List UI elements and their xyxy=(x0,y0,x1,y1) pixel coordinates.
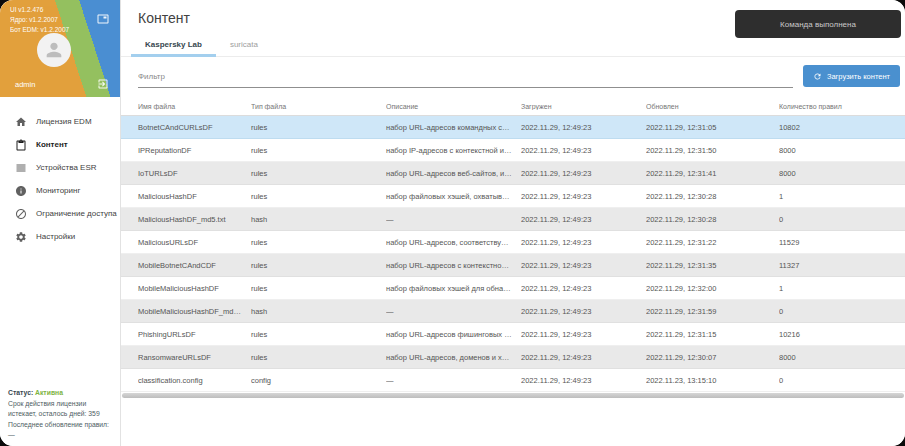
sidebar-item-label: Ограничение доступа xyxy=(36,209,117,218)
sidebar-item-label: Мониторинг xyxy=(36,186,80,195)
cell-updated: 2022.11.29, 12:31:15 xyxy=(646,330,779,339)
main-content: Контент Команда выполнена Kaspersky Lab … xyxy=(121,0,905,446)
table-row[interactable]: MobileMaliciousHashDF_md5.txt hash — 202… xyxy=(121,300,905,323)
cell-updated: 2022.11.29, 12:30:07 xyxy=(646,353,779,362)
cell-updated: 2022.11.29, 12:31:05 xyxy=(646,123,779,132)
cell-file-name: BotnetCAndCURLsDF xyxy=(138,123,251,132)
sidebar-item-license[interactable]: Лицензия EDM xyxy=(0,110,120,133)
cell-updated: 2022.11.29, 12:30:28 xyxy=(646,215,779,224)
cell-file-name: MobileMaliciousHashDF_md5.txt xyxy=(138,307,251,316)
column-header-type: Тип файла xyxy=(251,103,386,110)
license-status: Статус: Активна Срок действия лицензии и… xyxy=(8,388,114,440)
cell-file-type: hash xyxy=(251,215,386,224)
cell-file-type: rules xyxy=(251,169,386,178)
table-row[interactable]: BotnetCAndCURLsDF rules набор URL-адресо… xyxy=(121,116,905,139)
home-icon xyxy=(15,116,27,128)
table-row[interactable]: PhishingURLsDF rules набор URL-адресов ф… xyxy=(121,323,905,346)
table-row[interactable]: MobileBotnetCAndCDF rules набор URL-адре… xyxy=(121,254,905,277)
cell-file-name: MaliciousURLsDF xyxy=(138,238,251,247)
table-header: Имя файла Тип файла Описание Загружен Об… xyxy=(121,98,905,116)
cell-updated: 2022.11.29, 12:32:00 xyxy=(646,284,779,293)
tab-suricata[interactable]: suricata xyxy=(216,33,272,57)
table-row[interactable]: IPReputationDF rules набор IP-адресов с … xyxy=(121,139,905,162)
tab-kaspersky-lab[interactable]: Kaspersky Lab xyxy=(131,33,216,57)
table-row[interactable]: MaliciousURLsDF rules набор URL-адресов,… xyxy=(121,231,905,254)
column-header-updated: Обновлен xyxy=(646,103,779,110)
table-row[interactable]: MobileMaliciousHashDF rules набор файлов… xyxy=(121,277,905,300)
last-update-text: Последнее обновление правил: — xyxy=(8,420,114,439)
window-icon[interactable] xyxy=(97,11,109,23)
cell-file-name: RansomwareURLsDF xyxy=(138,353,251,362)
cell-rule-count: 8000 xyxy=(779,353,905,362)
sidebar-item-devices[interactable]: Устройства ESR xyxy=(0,156,120,179)
cell-file-type: rules xyxy=(251,353,386,362)
cell-file-type: rules xyxy=(251,146,386,155)
table-row[interactable]: MaliciousHashDF_md5.txt hash — 2022.11.2… xyxy=(121,208,905,231)
cell-rule-count: 8000 xyxy=(779,146,905,155)
cell-file-name: PhishingURLsDF xyxy=(138,330,251,339)
sidebar-item-label: Контент xyxy=(36,140,68,149)
cell-file-type: config xyxy=(251,376,386,385)
sidebar: UI v1.2.476 Ядро: v1.2.2007 Бот EDM: v1.… xyxy=(0,0,121,446)
cell-rule-count: 11327 xyxy=(779,261,905,270)
cell-rule-count: 10216 xyxy=(779,330,905,339)
status-value: Активна xyxy=(35,389,63,396)
cell-description: набор URL-адресов фишинговых с… xyxy=(386,330,521,339)
cell-uploaded: 2022.11.29, 12:49:23 xyxy=(521,307,646,316)
cell-file-type: rules xyxy=(251,123,386,132)
cell-uploaded: 2022.11.29, 12:49:23 xyxy=(521,238,646,247)
table-row[interactable]: RansomwareURLsDF rules набор URL-адресов… xyxy=(121,346,905,369)
cell-rule-count: 0 xyxy=(779,307,905,316)
column-header-uploaded: Загружен xyxy=(521,103,646,110)
table-row[interactable]: IoTURLsDF rules набор URL-адресов веб-са… xyxy=(121,162,905,185)
sidebar-item-label: Устройства ESR xyxy=(36,163,97,172)
cell-file-type: rules xyxy=(251,284,386,293)
cell-file-type: hash xyxy=(251,307,386,316)
cell-description: набор файловых хэшей, охватыва… xyxy=(386,192,521,201)
load-content-label: Загрузить контент xyxy=(827,72,890,81)
block-icon xyxy=(15,208,27,220)
cell-uploaded: 2022.11.29, 12:49:23 xyxy=(521,169,646,178)
cell-file-type: rules xyxy=(251,192,386,201)
cell-rule-count: 11529 xyxy=(779,238,905,247)
cell-file-name: IPReputationDF xyxy=(138,146,251,155)
clipboard-icon xyxy=(15,139,27,151)
cell-description: набор URL-адресов, доменов и хо… xyxy=(386,353,521,362)
load-content-button[interactable]: Загрузить контент xyxy=(803,65,900,87)
filter-row: Загрузить контент xyxy=(121,57,905,88)
toast: Команда выполнена xyxy=(735,10,901,38)
cell-description: — xyxy=(386,215,521,224)
table-row[interactable]: classification.config config — 2022.11.2… xyxy=(121,369,905,392)
logout-icon[interactable] xyxy=(97,76,109,88)
cell-updated: 2022.11.29, 12:30:28 xyxy=(646,192,779,201)
cell-rule-count: 10802 xyxy=(779,123,905,132)
cell-uploaded: 2022.11.29, 12:49:23 xyxy=(521,284,646,293)
cell-uploaded: 2022.11.29, 12:49:23 xyxy=(521,330,646,339)
cell-description: набор URL-адресов веб-сайтов, ис… xyxy=(386,169,521,178)
cell-uploaded: 2022.11.29, 12:49:23 xyxy=(521,123,646,132)
table-row[interactable]: MaliciousHashDF rules набор файловых хэш… xyxy=(121,185,905,208)
cell-updated: 2022.11.29, 12:31:59 xyxy=(646,307,779,316)
cell-description: — xyxy=(386,307,521,316)
sidebar-item-settings[interactable]: Настройки xyxy=(0,225,120,248)
column-header-rule-count: Количество правил xyxy=(779,103,905,110)
cell-updated: 2022.11.23, 13:15:10 xyxy=(646,376,779,385)
cell-file-name: MobileBotnetCAndCDF xyxy=(138,261,251,270)
cell-rule-count: 1 xyxy=(779,192,905,201)
sidebar-item-content[interactable]: Контент xyxy=(0,133,120,156)
sidebar-item-label: Настройки xyxy=(36,232,75,241)
cell-description: набор файловых хэшей для обнар… xyxy=(386,284,521,293)
cell-file-type: rules xyxy=(251,238,386,247)
sidebar-item-monitoring[interactable]: Мониторинг xyxy=(0,179,120,202)
username: admin xyxy=(15,80,35,89)
cell-uploaded: 2022.11.29, 12:49:23 xyxy=(521,215,646,224)
refresh-icon xyxy=(813,72,822,81)
cell-file-name: classification.config xyxy=(138,376,251,385)
license-expiry-text: Срок действия лицензии истекает, осталос… xyxy=(8,399,114,418)
version-info: UI v1.2.476 Ядро: v1.2.2007 Бот EDM: v1.… xyxy=(10,5,69,35)
filter-input[interactable] xyxy=(138,68,793,88)
horizontal-scrollbar[interactable] xyxy=(122,393,904,398)
cell-uploaded: 2022.11.29, 12:49:23 xyxy=(521,261,646,270)
cell-description: набор IP-адресов с контекстной и… xyxy=(386,146,521,155)
sidebar-item-access-restriction[interactable]: Ограничение доступа xyxy=(0,202,120,225)
